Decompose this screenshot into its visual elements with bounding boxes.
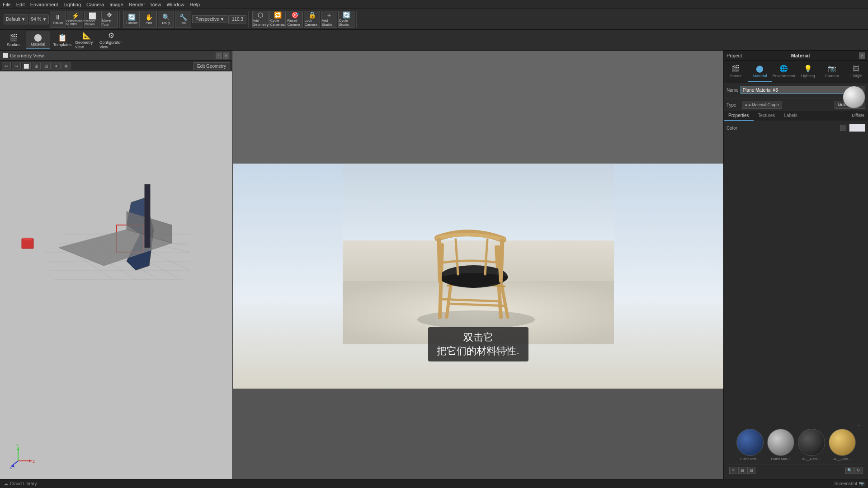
dolly-btn[interactable]: 🔍 Dolly <box>158 11 174 28</box>
add-studio-btn[interactable]: ＋ Add Studio <box>321 11 337 28</box>
mat-toolbar-left: ≡ ⊞ ⊟ <box>729 467 755 474</box>
menu-view[interactable]: View <box>151 2 161 7</box>
color-swatch[interactable] <box>849 124 865 132</box>
right-panel-close[interactable]: × <box>859 52 865 59</box>
more-options-label[interactable]: ... <box>858 422 862 427</box>
move-tool-btn[interactable]: ✥ Move Tool <box>101 11 118 28</box>
mat-ball-item-2[interactable]: 01__Defa... <box>798 429 825 461</box>
svg-marker-26 <box>29 460 32 462</box>
diffuse-label-right: Diffuse <box>847 111 868 121</box>
subtab-labels[interactable]: Labels <box>779 111 802 121</box>
geo-subtract-btn[interactable]: ⊟ <box>42 62 51 70</box>
menu-window[interactable]: Window <box>166 2 184 7</box>
render-top-area <box>233 51 723 164</box>
menu-render[interactable]: Render <box>129 2 145 7</box>
color-enable-checkbox[interactable] <box>840 125 846 131</box>
menu-environment[interactable]: Environment <box>30 2 58 7</box>
mode-group: Default ▼ 94 % ▼ ⏸ Pause ⚡ Performance N… <box>2 11 120 28</box>
geo-move-btn[interactable]: ✥ <box>61 62 71 70</box>
mode-dropdown[interactable]: Default ▼ <box>4 14 28 24</box>
mat-view-grid-btn[interactable]: ⊞ <box>738 467 746 474</box>
statusbar: ☁ Cloud Library Screenshot 📷 <box>0 479 868 488</box>
mat-ball-black <box>798 429 825 456</box>
menu-lighting[interactable]: Lighting <box>63 2 81 7</box>
material-library-area: ... Plane Mat... Plane Mat... 01__Defa..… <box>724 418 868 479</box>
status-right[interactable]: Screenshot <box>834 481 857 486</box>
menu-camera[interactable]: Camera <box>86 2 104 7</box>
fov-input[interactable] <box>228 15 246 23</box>
geo-scene-svg <box>0 71 232 365</box>
geo-select-btn[interactable]: ⬜ <box>22 62 31 70</box>
tab-camera[interactable]: 📷 Camera <box>820 61 844 82</box>
tab-environment[interactable]: 🌐 Environment <box>772 61 796 82</box>
tool-btn[interactable]: 🔧 Tool <box>175 11 191 28</box>
left-panel-icon: ⬜ <box>3 53 8 58</box>
menu-help[interactable]: Help <box>190 2 200 7</box>
left-panel-minimize[interactable]: - <box>216 52 222 59</box>
tab-lighting[interactable]: 💡 Lighting <box>796 61 820 82</box>
mat-view-large-btn[interactable]: ⊟ <box>747 467 755 474</box>
lock-camera-btn[interactable]: 🔒 Lock Camera <box>304 11 320 28</box>
cloud-icon: ☁ <box>4 481 8 486</box>
pause-btn[interactable]: ⏸ Pause <box>50 11 66 28</box>
reset-camera-btn[interactable]: 🎯 Reset Camera <box>287 11 303 28</box>
mat-ball-label-1: Plane Mat... <box>771 457 790 461</box>
mat-view-list-btn[interactable]: ≡ <box>729 467 737 474</box>
material-preview-sphere <box>843 86 865 108</box>
performance-btn[interactable]: ⚡ Performance NURBS <box>67 11 83 28</box>
svg-point-36 <box>417 310 535 328</box>
material-balls-row: Plane Mat... Plane Mat... 01__Defa... 01… <box>727 429 864 461</box>
camera-icon: 📷 <box>828 65 836 73</box>
screenshot-icon: 📷 <box>859 481 864 486</box>
mat-ball-item-3[interactable]: 01__Defa... <box>829 429 856 461</box>
geo-intersect-btn[interactable]: ✦ <box>52 62 61 70</box>
geo-viewport[interactable]: Z Y X <box>0 71 232 479</box>
svg-rect-21 <box>145 184 150 248</box>
tab-scene[interactable]: 🎬 Scene <box>724 61 748 82</box>
mat-refresh-btn[interactable]: ↻ <box>854 467 863 474</box>
tab-image[interactable]: 🖼 Image <box>844 61 868 82</box>
tumble-btn[interactable]: 🔄 Tumble <box>123 11 140 28</box>
studio-btn-material[interactable]: ⬤ Material <box>26 31 50 49</box>
studio-toolbar: 🎬 Studios ⬤ Material 📋 Templates 📐 Geome… <box>0 30 868 51</box>
cycle-cameras-btn[interactable]: 🔁 Cycle Cameras <box>269 11 286 28</box>
render-viewport[interactable]: 双击它 把它们的材料特性. <box>233 164 723 389</box>
subtab-properties[interactable]: Properties <box>724 111 754 121</box>
status-left[interactable]: Cloud Library <box>10 481 37 486</box>
material-library-toolbar: ≡ ⊞ ⊟ 🔍 ↻ <box>727 465 864 475</box>
geo-add-btn[interactable]: ⊞ <box>32 62 41 70</box>
studio-btn-templates[interactable]: 📋 Templates <box>51 31 74 49</box>
material-graph-btn[interactable]: ≡ ≡ Material Graph <box>742 101 782 109</box>
mat-ball-item-0[interactable]: Plane Mat... <box>736 429 764 461</box>
material-header-label: Material <box>791 53 810 58</box>
geo-redo-btn[interactable]: ↪ <box>12 62 21 70</box>
material-name-input[interactable] <box>741 86 856 94</box>
cycle-studio-btn[interactable]: 🔄 Cycle Studio <box>338 11 354 28</box>
menu-image[interactable]: Image <box>109 2 123 7</box>
render-bottom-area <box>233 389 723 479</box>
mat-search-btn[interactable]: 🔍 <box>845 467 854 474</box>
svg-marker-28 <box>17 447 19 450</box>
geo-undo-btn[interactable]: ↩ <box>2 62 11 70</box>
left-panel-close[interactable]: × <box>223 52 229 59</box>
left-panel-title: Geometry View <box>10 53 44 58</box>
edit-geo-label[interactable]: Edit Geometry <box>193 62 230 70</box>
mat-ball-item-1[interactable]: Plane Mat... <box>767 429 794 461</box>
subtab-textures[interactable]: Textures <box>754 111 780 121</box>
tab-material[interactable]: ⬤ Material <box>748 61 772 82</box>
studio-btn-studios[interactable]: 🎬 Studios <box>2 31 25 49</box>
geo-toolbar: ↩ ↪ ⬜ ⊞ ⊟ ✦ ✥ Edit Geometry <box>0 61 232 71</box>
cpu-dropdown[interactable]: 94 % ▼ <box>29 14 49 24</box>
perspective-dropdown[interactable]: Perspective ▼ <box>192 15 227 23</box>
studio-btn-geometry[interactable]: 📐 Geometry View <box>75 31 99 49</box>
studio-btn-configurator[interactable]: ⚙ Configurator View <box>99 31 123 49</box>
mat-ball-label-2: 01__Defa... <box>802 457 821 461</box>
material-subtabs: Properties Textures Labels Diffuse <box>724 111 868 121</box>
svg-rect-34 <box>343 164 614 281</box>
add-geometry-btn[interactable]: ⬡ Add Geometry <box>252 11 269 28</box>
menu-file[interactable]: File <box>3 2 11 7</box>
pan-btn[interactable]: ✋ Pan <box>141 11 157 28</box>
render-region-btn[interactable]: ⬜ Render Region <box>84 11 100 28</box>
menu-edit[interactable]: Edit <box>16 2 25 7</box>
properties-content-area <box>724 135 868 418</box>
